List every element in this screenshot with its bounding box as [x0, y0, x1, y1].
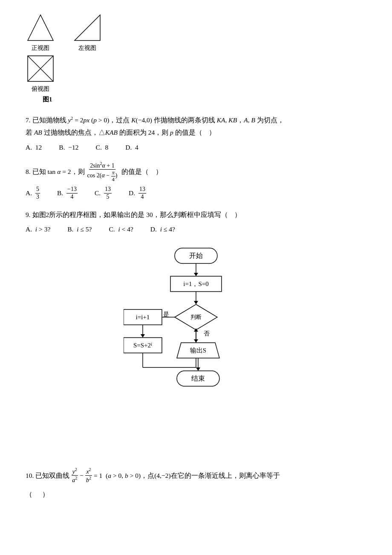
- top-view-svg: [26, 54, 55, 84]
- svg-text:否: 否: [204, 330, 210, 337]
- q9-option-a: A. i > 3?: [26, 223, 50, 235]
- q7-opt-a-label: A. 12: [26, 142, 42, 153]
- q8-numerator: 2sin2α + 1: [89, 161, 115, 170]
- q7-option-d: D. 4: [125, 142, 138, 153]
- q8-denominator: cos 2(α − π4): [86, 170, 118, 182]
- question-8: 8. 已知 tan α = 2，则 2sin2α + 1 cos 2(α − π…: [26, 161, 366, 201]
- q8-fraction: 2sin2α + 1 cos 2(α − π4): [86, 161, 118, 182]
- q8-option-b: B. −13 4: [57, 186, 78, 201]
- q8-suffix: 的值是（ ）: [120, 165, 162, 178]
- svg-text:是: 是: [163, 311, 169, 318]
- q10-frac2: x2 b2: [85, 467, 92, 484]
- q10-answer: （ ）: [26, 489, 366, 500]
- question-7: 7. 已知抛物线 y2 = 2px (p > 0)，过点 K(−4,0) 作抛物…: [26, 114, 366, 153]
- q10-eq: = 1 (a > 0, b > 0)，点(4,−2)在它的一条渐近线上，则离心率…: [94, 469, 280, 482]
- svg-text:结束: 结束: [191, 375, 205, 382]
- q10-text: 10. 已知双曲线 y2 a2 − x2 b2 = 1 (a > 0, b > …: [26, 467, 366, 484]
- q8-opt-d-frac: 13 4: [138, 186, 146, 201]
- svg-marker-30: [194, 339, 198, 343]
- q8-option-a: A. 5 3: [26, 186, 40, 201]
- flowchart-svg: 开始 i=1，S=0 判断 是: [124, 244, 268, 457]
- front-view-label: 正视图: [32, 44, 49, 52]
- q7-opt-b-label: B. −12: [59, 142, 78, 153]
- q8-text: 8. 已知 tan α = 2，则 2sin2α + 1 cos 2(α − π…: [26, 161, 366, 182]
- flowchart-container: 开始 i=1，S=0 判断 是: [26, 244, 366, 457]
- q7-option-c: C. 8: [96, 142, 109, 153]
- q9-opt-b: B. i ≤ 5?: [67, 223, 92, 235]
- front-view-svg: [26, 13, 55, 43]
- q8-opt-d-label: D.: [129, 187, 137, 199]
- q7-option-a: A. 12: [26, 142, 42, 153]
- q8-opt-a-frac: 5 3: [35, 186, 40, 201]
- svg-marker-8: [194, 273, 198, 276]
- top-view-item: 俯视图: [26, 54, 55, 93]
- q8-option-d: D. 13 4: [129, 186, 146, 201]
- page-content: 正视图 左视图 俯视图 图1 7. 已知抛物线 y2 = 2px (p > 0)…: [26, 13, 366, 500]
- svg-text:i=1，S=0: i=1，S=0: [183, 280, 208, 287]
- q10-minus: −: [80, 469, 84, 482]
- svg-text:输出S: 输出S: [190, 347, 206, 354]
- views-section: 正视图 左视图 俯视图 图1: [26, 13, 366, 110]
- q9-opt-c: C. i < 4?: [109, 223, 133, 235]
- q9-options: A. i > 3? B. i ≤ 5? C. i < 4? D. i ≤ 4?: [26, 223, 366, 235]
- svg-marker-1: [75, 15, 100, 40]
- svg-text:i=i+1: i=i+1: [136, 314, 150, 321]
- q7-options: A. 12 B. −12 C. 8 D. 4: [26, 142, 366, 153]
- q8-opt-b-label: B.: [57, 187, 65, 199]
- left-view-svg: [72, 13, 102, 43]
- q8-opt-a-label: A.: [26, 187, 34, 199]
- q10-frac1: y2 a2: [71, 467, 78, 484]
- q7-option-b: B. −12: [59, 142, 78, 153]
- left-view-item: 左视图: [72, 13, 102, 52]
- q7-opt-c-label: C. 8: [96, 142, 109, 153]
- svg-marker-21: [141, 334, 145, 338]
- q8-options: A. 5 3 B. −13 4 C. 13 5: [26, 186, 366, 201]
- svg-text:S=S+2i: S=S+2i: [133, 341, 152, 349]
- q9-text: 9. 如图2所示的程序框图，如果输出的是 30，那么判断框中应填写（ ）: [26, 208, 366, 221]
- svg-marker-34: [196, 367, 200, 371]
- left-view-label: 左视图: [78, 44, 96, 52]
- q7-text: 7. 已知抛物线 y2 = 2px (p > 0)，过点 K(−4,0) 作抛物…: [26, 114, 366, 126]
- svg-text:开始: 开始: [189, 252, 203, 259]
- q8-opt-c-frac: 13 5: [104, 186, 112, 201]
- q9-opt-a: A. i > 3?: [26, 223, 50, 235]
- views-row: 正视图 左视图: [26, 13, 102, 52]
- svg-marker-0: [28, 15, 53, 40]
- front-view-item: 正视图: [26, 13, 55, 52]
- q7-text2: 若 AB 过抛物线的焦点，△KAB 的面积为 24，则 p 的值是（ ）: [26, 126, 366, 139]
- q8-opt-c-label: C.: [95, 187, 102, 199]
- q9-opt-d: D. i ≤ 4?: [150, 223, 175, 235]
- q9-option-b: B. i ≤ 5?: [67, 223, 92, 235]
- q9-option-d: D. i ≤ 4?: [150, 223, 175, 235]
- top-view-label: 俯视图: [32, 85, 49, 93]
- svg-text:判断: 判断: [190, 314, 202, 320]
- q9-option-c: C. i < 4?: [109, 223, 133, 235]
- q8-intro: 8. 已知 tan α = 2，则: [26, 165, 85, 178]
- q7-number: 7. 已知抛物线 y2 = 2px (p > 0)，过点 K(−4,0) 作抛物…: [26, 116, 284, 124]
- q8-opt-b-frac: −13 4: [66, 186, 78, 201]
- q10-intro: 10. 已知双曲线: [26, 469, 69, 482]
- question-10: 10. 已知双曲线 y2 a2 − x2 b2 = 1 (a > 0, b > …: [26, 467, 366, 500]
- q7-opt-d-label: D. 4: [125, 142, 138, 153]
- question-9: 9. 如图2所示的程序框图，如果输出的是 30，那么判断框中应填写（ ） A. …: [26, 208, 366, 457]
- figure-label: 图1: [43, 95, 52, 104]
- svg-marker-12: [194, 301, 198, 304]
- q8-option-c: C. 13 5: [95, 186, 112, 201]
